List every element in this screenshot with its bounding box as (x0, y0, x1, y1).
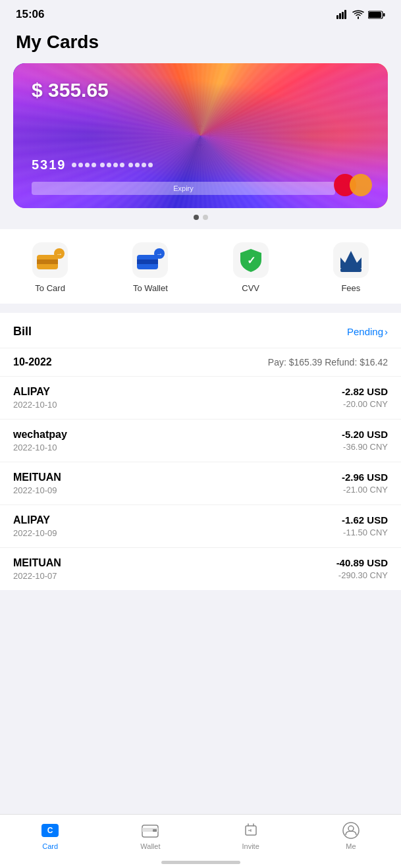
tx-right-0: -2.82 USD -20.00 CNY (342, 386, 388, 409)
bill-header: Bill Pending › (0, 313, 401, 348)
svg-point-26 (343, 823, 359, 838)
card-number-row: 5319 (32, 157, 153, 173)
tx-name-2: MEITUAN (13, 472, 61, 483)
tx-right-4: -40.89 USD -290.30 CNY (336, 557, 388, 580)
wifi-icon (352, 10, 364, 19)
carousel-dot-2 (203, 215, 208, 220)
bill-summary: Pay: $165.39 Refund: $16.42 (268, 357, 388, 367)
tx-name-1: wechatpay (13, 429, 67, 441)
action-cvv[interactable]: ✓ CVV (225, 242, 277, 293)
transaction-item[interactable]: MEITUAN 2022-10-07 -40.89 USD -290.30 CN… (0, 547, 401, 590)
fees-icon-wrap (333, 242, 369, 278)
bill-title: Bill (13, 325, 32, 339)
tab-card[interactable]: C Card (0, 821, 100, 850)
card-expiry-text: Expiry (173, 184, 194, 192)
status-icons (336, 10, 385, 19)
card-dot (135, 163, 140, 167)
spacer (0, 590, 401, 649)
svg-rect-20 (153, 829, 157, 832)
action-fees[interactable]: Fees (325, 242, 377, 293)
bill-pending-button[interactable]: Pending › (347, 326, 388, 337)
svg-rect-12 (137, 259, 158, 264)
svg-rect-1 (339, 13, 341, 19)
tx-right-1: -5.20 USD -36.90 CNY (342, 429, 388, 452)
tab-wallet-label: Wallet (140, 842, 160, 850)
svg-rect-3 (344, 10, 346, 19)
tx-usd-0: -2.82 USD (342, 386, 388, 397)
battery-icon (368, 11, 385, 19)
tx-date-4: 2022-10-07 (13, 571, 61, 581)
transaction-item[interactable]: wechatpay 2022-10-10 -5.20 USD -36.90 CN… (0, 419, 401, 462)
tx-right-3: -1.62 USD -11.50 CNY (342, 514, 388, 537)
action-to-wallet[interactable]: → To Wallet (124, 242, 176, 293)
status-time: 15:06 (16, 8, 44, 21)
cvv-icon: ✓ (238, 247, 264, 273)
transaction-item[interactable]: ALIPAY 2022-10-10 -2.82 USD -20.00 CNY (0, 376, 401, 419)
tx-name-0: ALIPAY (13, 386, 57, 398)
tx-cny-2: -21.00 CNY (342, 485, 388, 495)
card-dot (100, 163, 105, 167)
bill-month-row: 10-2022 Pay: $165.39 Refund: $16.42 (0, 348, 401, 376)
tab-card-label: Card (42, 842, 58, 850)
svg-text:→: → (56, 250, 63, 258)
card-carousel[interactable]: $ 355.65 5319 (0, 63, 401, 220)
svg-rect-8 (37, 259, 58, 264)
tab-invite-icon (242, 822, 259, 839)
tx-cny-1: -36.90 CNY (342, 442, 388, 452)
card-logo-right (350, 174, 372, 196)
svg-rect-0 (336, 15, 338, 19)
fees-label: Fees (341, 283, 360, 293)
tab-wallet[interactable]: Wallet (100, 821, 200, 850)
card-expiry-row: Expiry (32, 182, 335, 195)
to-wallet-icon: → (136, 248, 165, 272)
card-balance: $ 355.65 (32, 79, 109, 101)
carousel-dots (13, 215, 388, 220)
transactions-list: ALIPAY 2022-10-10 -2.82 USD -20.00 CNY w… (0, 376, 401, 590)
transaction-item[interactable]: MEITUAN 2022-10-09 -2.96 USD -21.00 CNY (0, 462, 401, 504)
card-number-visible: 5319 (32, 157, 67, 173)
header: My Cards (0, 26, 401, 63)
actions-row: → To Card → To Wallet (0, 242, 401, 293)
card-dot (92, 163, 96, 167)
to-card-icon-wrap: → (32, 242, 68, 278)
carousel-dot-1 (194, 215, 199, 220)
card-dot-group-1 (72, 163, 96, 167)
tab-invite[interactable]: Invite (201, 821, 301, 850)
svg-text:✓: ✓ (246, 255, 255, 266)
card-dot (72, 163, 76, 167)
tab-invite-label: Invite (242, 842, 259, 850)
signal-icon (336, 10, 348, 19)
tx-left-0: ALIPAY 2022-10-10 (13, 386, 57, 410)
to-wallet-label: To Wallet (133, 283, 168, 293)
tx-name-3: ALIPAY (13, 514, 57, 526)
tab-card-icon-wrap: C (41, 821, 59, 840)
actions-section: → To Card → To Wallet (0, 229, 401, 304)
transaction-item[interactable]: ALIPAY 2022-10-09 -1.62 USD -11.50 CNY (0, 504, 401, 547)
tab-card-letter: C (47, 826, 53, 835)
card-dot (78, 163, 83, 167)
tab-me[interactable]: Me (301, 821, 401, 850)
card-dot (128, 163, 133, 167)
tx-name-4: MEITUAN (13, 557, 61, 569)
tab-card-icon: C (41, 824, 59, 837)
tx-left-2: MEITUAN 2022-10-09 (13, 472, 61, 495)
bill-section: Bill Pending › 10-2022 Pay: $165.39 Refu… (0, 313, 401, 590)
card-dot-group-3 (128, 163, 153, 167)
tx-cny-0: -20.00 CNY (342, 399, 388, 409)
tab-invite-icon-wrap (242, 821, 260, 840)
svg-rect-6 (383, 13, 385, 16)
tab-me-icon-wrap (342, 821, 360, 840)
action-to-card[interactable]: → To Card (24, 242, 76, 293)
cvv-icon-wrap: ✓ (233, 242, 269, 278)
card-expiry-bar: Expiry (32, 182, 335, 195)
tx-date-0: 2022-10-10 (13, 400, 57, 410)
tx-date-1: 2022-10-10 (13, 443, 67, 452)
bill-month: 10-2022 (13, 356, 52, 368)
bill-pending-chevron: › (385, 326, 388, 337)
card-dot (120, 163, 124, 167)
tx-cny-3: -11.50 CNY (342, 528, 388, 537)
cvv-label: CVV (242, 283, 259, 293)
tab-wallet-icon (142, 823, 159, 838)
tx-usd-1: -5.20 USD (342, 429, 388, 440)
card-dot (148, 163, 153, 167)
